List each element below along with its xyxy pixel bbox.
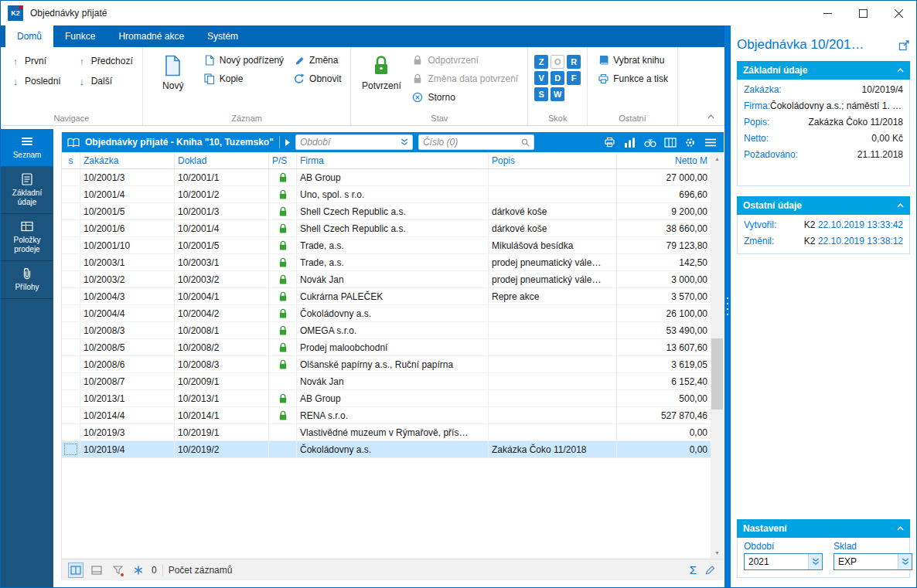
previous-button[interactable]: ↑Předchozí xyxy=(73,52,136,70)
storno-button[interactable]: Storno xyxy=(408,88,521,107)
jump-button-v[interactable]: V xyxy=(534,71,548,85)
row-select-cell[interactable] xyxy=(62,407,80,423)
chevron-up-icon[interactable] xyxy=(897,203,904,208)
table-row[interactable]: 10/2004/3 10/2004/1 Cukrárna PALEČEK Rep… xyxy=(62,288,711,305)
vertical-scrollbar[interactable]: ▲ ▼ xyxy=(711,152,724,559)
table-row[interactable]: 10/2008/7 10/2009/1 Novák Jan 6 152,40 xyxy=(62,373,711,390)
table-row[interactable]: 10/2001/3 10/2001/1 AB Group 27 000,00 xyxy=(62,169,711,186)
change-button[interactable]: Změna xyxy=(290,51,344,70)
table-row[interactable]: 10/2004/4 10/2004/2 Čokoládovny a.s. 26 … xyxy=(62,305,711,322)
sidebar-item-seznam[interactable]: Seznam xyxy=(1,129,53,167)
row-select-cell[interactable] xyxy=(62,424,80,440)
filter-button[interactable] xyxy=(110,563,125,578)
settings-button[interactable] xyxy=(683,136,697,149)
table-row[interactable]: 10/2013/1 10/2013/1 AB Group 500,00 xyxy=(62,390,711,407)
copy-button[interactable]: Kopie xyxy=(200,70,287,88)
columns-view-button[interactable] xyxy=(663,136,677,149)
table-row[interactable]: 10/2008/5 10/2008/2 Prodej maloobchodní … xyxy=(62,339,711,356)
period-select[interactable]: 2021 xyxy=(744,553,823,570)
maximize-button[interactable] xyxy=(845,1,881,25)
tab-hromadne-akce[interactable]: Hromadné akce xyxy=(107,25,196,47)
next-button[interactable]: ↓Další xyxy=(73,72,136,90)
tab-funkce[interactable]: Funkce xyxy=(53,25,107,47)
jump-button-f[interactable]: F xyxy=(567,71,581,85)
close-button[interactable] xyxy=(881,1,916,25)
collapse-ribbon-button[interactable] xyxy=(704,112,717,121)
row-select-cell[interactable] xyxy=(62,288,80,304)
table-row[interactable]: 10/2001/5 10/2001/3 Shell Czech Republic… xyxy=(62,203,711,220)
panel-splitter[interactable] xyxy=(724,25,731,587)
row-select-cell[interactable] xyxy=(62,186,80,202)
row-select-cell[interactable] xyxy=(62,390,80,406)
column-header-ps[interactable]: P/S xyxy=(269,152,297,168)
new-button[interactable]: Nový xyxy=(149,51,197,91)
table-row[interactable]: 10/2003/1 10/2003/1 Trade, a.s. prodej p… xyxy=(62,254,711,271)
chevron-up-icon[interactable] xyxy=(897,68,904,73)
table-row[interactable]: 10/2001/6 10/2001/4 Shell Czech Republic… xyxy=(62,220,711,237)
table-row[interactable]: 10/2014/4 10/2014/1 RENA s.r.o. 527 870,… xyxy=(62,407,711,424)
row-select-cell[interactable] xyxy=(62,220,80,236)
scroll-down-icon[interactable]: ▼ xyxy=(711,546,724,559)
menu-button[interactable] xyxy=(704,136,717,149)
table-row[interactable]: 10/2001/4 10/2001/2 Uno, spol. s r.o. 69… xyxy=(62,186,711,203)
period-filter[interactable]: Období xyxy=(295,134,413,150)
chevron-up-icon[interactable] xyxy=(897,526,904,531)
table-row[interactable]: 10/2008/6 10/2008/3 Olšanské papírny a.s… xyxy=(62,356,711,373)
chart-button[interactable] xyxy=(623,136,636,149)
scroll-thumb[interactable] xyxy=(711,338,723,410)
preview-panel-button[interactable] xyxy=(89,563,104,578)
table-row[interactable]: 10/2001/10 10/2001/5 Trade, a.s. Mikuláš… xyxy=(62,237,711,254)
select-book-button[interactable]: Vybrat knihu xyxy=(594,51,671,70)
column-header-netto[interactable]: Netto M xyxy=(617,152,711,168)
section-header-ostatni[interactable]: Ostatní údaje xyxy=(737,196,910,215)
column-header-s[interactable]: s xyxy=(62,152,80,168)
tab-system[interactable]: Systém xyxy=(196,25,250,47)
number-filter[interactable]: Číslo (0) xyxy=(418,134,534,150)
row-select-cell[interactable] xyxy=(62,169,80,185)
table-row[interactable]: 10/2008/3 10/2008/1 OMEGA s.r.o. 53 490,… xyxy=(62,322,711,339)
jump-button-w[interactable]: W xyxy=(551,87,564,101)
column-header-zakazka[interactable]: Zakázka xyxy=(80,152,175,168)
sidebar-item-prilohy[interactable]: Přílohy xyxy=(1,261,53,299)
row-select-cell[interactable] xyxy=(62,356,80,372)
last-button[interactable]: ↓Poslední xyxy=(7,72,64,90)
minimize-button[interactable] xyxy=(810,1,845,25)
row-select-cell[interactable] xyxy=(62,339,80,355)
column-header-firma[interactable]: Firma xyxy=(297,152,489,168)
section-header-zakladni[interactable]: Základní údaje xyxy=(737,61,910,80)
sidebar-item-polozky-prodeje[interactable]: Položky prodeje xyxy=(1,214,53,261)
table-row[interactable]: 10/2019/4 10/2019/2 Čokoládovny a.s. Zak… xyxy=(62,441,711,458)
row-select-cell[interactable] xyxy=(62,441,80,457)
column-header-doklad[interactable]: Doklad xyxy=(175,152,269,168)
open-in-window-button[interactable] xyxy=(898,39,910,51)
tab-domu[interactable]: Domů xyxy=(5,25,53,47)
jump-button-d[interactable]: D xyxy=(551,71,564,85)
functions-print-button[interactable]: Funkce a tisk xyxy=(594,70,671,88)
confirm-button[interactable]: Potvrzení xyxy=(357,51,405,91)
row-select-cell[interactable] xyxy=(62,254,80,270)
row-select-cell[interactable] xyxy=(62,373,80,389)
edit-button[interactable] xyxy=(702,563,718,578)
row-select-cell[interactable] xyxy=(62,203,80,219)
row-select-cell[interactable] xyxy=(62,322,80,338)
print-button[interactable] xyxy=(603,136,616,149)
first-button[interactable]: ↑První xyxy=(7,52,64,70)
refresh-button[interactable]: Obnovit xyxy=(290,70,344,88)
sum-button[interactable]: Σ xyxy=(690,564,697,576)
section-header-nastaveni[interactable]: Nastavení xyxy=(737,519,910,538)
expand-book-menu-button[interactable] xyxy=(285,139,290,146)
jump-button-r[interactable]: R xyxy=(567,55,581,69)
table-row[interactable]: 10/2019/3 10/2019/1 Vlastivědné muzeum v… xyxy=(62,424,711,441)
jump-button-z[interactable]: Z xyxy=(534,55,548,69)
table-row[interactable]: 10/2003/2 10/2003/2 Novák Jan prodej pne… xyxy=(62,271,711,288)
jump-button-s[interactable]: S xyxy=(534,87,548,101)
column-header-popis[interactable]: Popis xyxy=(489,152,617,168)
sidebar-item-zakladni-udaje[interactable]: Základní údaje xyxy=(1,167,53,214)
search-records-button[interactable] xyxy=(643,136,656,149)
warehouse-select[interactable]: EXP xyxy=(833,553,912,570)
new-child-button[interactable]: Nový podřízený xyxy=(200,51,287,70)
row-select-cell[interactable] xyxy=(62,305,80,321)
layout-columns-button[interactable] xyxy=(68,563,84,578)
scroll-up-icon[interactable]: ▲ xyxy=(711,152,724,165)
row-select-cell[interactable] xyxy=(62,237,80,253)
